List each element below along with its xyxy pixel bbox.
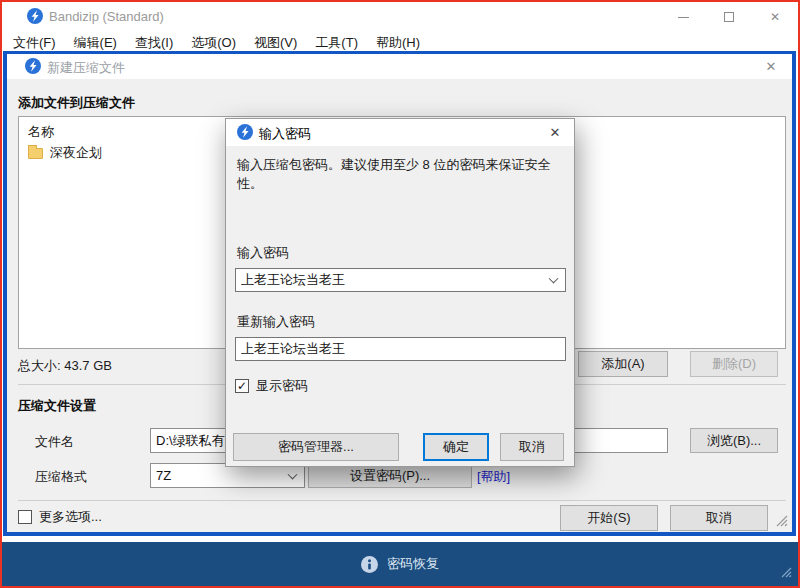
bandizip-logo-icon <box>27 8 43 24</box>
cancel-button[interactable]: 取消 <box>500 433 564 461</box>
show-password-checkbox[interactable]: ✓ 显示密码 <box>235 377 308 395</box>
menubar: 文件(F) 编辑(E) 查找(I) 选项(O) 视图(V) 工具(T) 帮助(H… <box>4 32 429 52</box>
close-button[interactable]: ✕ <box>752 2 798 32</box>
password-dialog-titlebar: 输入密码 ✕ <box>226 119 574 146</box>
resize-grip[interactable] <box>776 515 788 530</box>
dialog-title: 新建压缩文件 <box>47 59 125 77</box>
filename-label: 文件名 <box>35 433 74 451</box>
section-archive-settings-heading: 压缩文件设置 <box>18 397 96 415</box>
window-title: Bandizip (Standard) <box>49 9 164 24</box>
add-button[interactable]: 添加(A) <box>578 351 668 377</box>
menu-item-tools[interactable]: 工具(T) <box>306 32 367 52</box>
menu-item-help[interactable]: 帮助(H) <box>367 32 429 52</box>
dialog-close-button[interactable]: ✕ <box>544 123 566 143</box>
menu-item-file[interactable]: 文件(F) <box>4 32 65 52</box>
checkbox-icon <box>18 510 32 524</box>
confirm-password-label: 重新输入密码 <box>237 313 315 331</box>
delete-button: 删除(D) <box>690 351 778 377</box>
divider <box>18 500 786 501</box>
show-password-label: 显示密码 <box>256 377 308 395</box>
help-link[interactable]: [帮助] <box>477 468 510 486</box>
start-button[interactable]: 开始(S) <box>560 505 658 531</box>
dialog-title: 输入密码 <box>259 125 311 143</box>
list-item-label: 深夜企划 <box>50 144 102 162</box>
statusbar-resize-grip[interactable] <box>781 566 792 581</box>
chevron-down-icon <box>288 469 298 479</box>
minimize-button[interactable] <box>660 2 706 32</box>
browse-button[interactable]: 浏览(B)... <box>690 428 778 453</box>
password-label: 输入密码 <box>237 244 289 262</box>
info-icon <box>361 556 378 573</box>
ok-button[interactable]: 确定 <box>423 433 489 461</box>
cancel-button[interactable]: 取消 <box>670 505 768 531</box>
password-input[interactable] <box>235 268 566 292</box>
format-label: 压缩格式 <box>35 468 87 486</box>
more-options-checkbox[interactable]: 更多选项... <box>18 508 102 526</box>
dialog-close-button[interactable]: ✕ <box>760 57 782 77</box>
maximize-button[interactable] <box>706 2 752 32</box>
password-recovery-link[interactable]: 密码恢复 <box>387 555 439 573</box>
list-column-header-name[interactable]: 名称 <box>28 123 54 141</box>
format-value: 7Z <box>156 468 171 483</box>
total-size-label: 总大小: 43.7 GB <box>18 357 112 375</box>
folder-icon <box>28 148 43 159</box>
screenshot-root: Bandizip (Standard) ✕ 文件(F) 编辑(E) 查找(I) … <box>0 0 800 588</box>
more-options-label: 更多选项... <box>39 508 102 526</box>
password-description: 输入压缩包密码。建议使用至少 8 位的密码来保证安全性。 <box>237 156 567 194</box>
section-add-files-heading: 添加文件到压缩文件 <box>18 94 135 112</box>
close-icon: ✕ <box>770 10 780 24</box>
bandizip-logo-icon <box>237 124 253 140</box>
menu-item-options[interactable]: 选项(O) <box>182 32 245 52</box>
password-manager-button[interactable]: 密码管理器... <box>233 433 399 461</box>
maximize-icon <box>724 12 734 22</box>
checkbox-checked-icon: ✓ <box>235 379 249 393</box>
minimize-icon <box>678 17 689 18</box>
new-archive-dialog-titlebar: 新建压缩文件 ✕ <box>7 54 792 79</box>
list-item[interactable]: 深夜企划 <box>28 144 102 162</box>
menu-item-edit[interactable]: 编辑(E) <box>65 32 126 52</box>
password-dialog: 输入密码 ✕ 输入压缩包密码。建议使用至少 8 位的密码来保证安全性。 输入密码… <box>225 118 575 467</box>
menu-item-find[interactable]: 查找(I) <box>126 32 182 52</box>
menu-item-view[interactable]: 视图(V) <box>245 32 306 52</box>
main-titlebar: Bandizip (Standard) ✕ <box>2 2 798 30</box>
window-controls: ✕ <box>660 2 798 32</box>
statusbar: 密码恢复 <box>2 542 798 586</box>
confirm-password-input[interactable] <box>235 337 566 361</box>
bandizip-logo-icon <box>25 58 41 74</box>
